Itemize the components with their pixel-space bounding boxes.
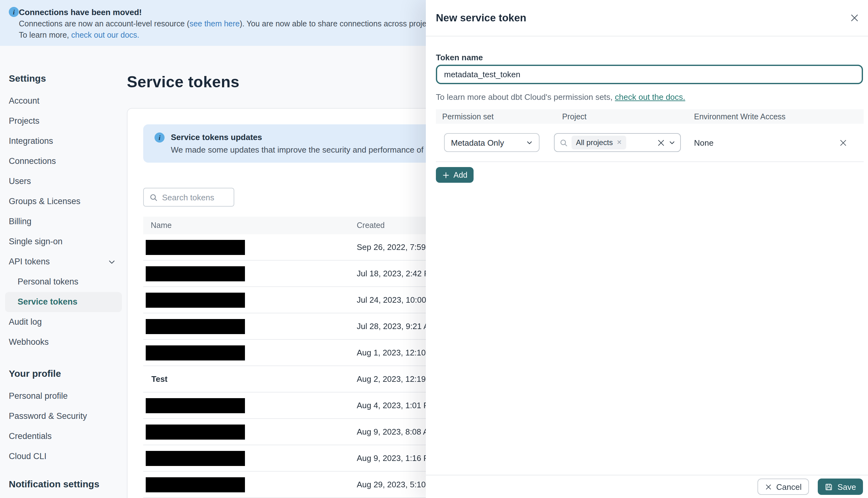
sidebar-heading-settings: Settings: [9, 72, 126, 85]
sidebar-heading-notification-settings: Notification settings: [9, 478, 126, 490]
token-name-cell: [143, 239, 357, 255]
remove-row-icon[interactable]: [839, 139, 847, 147]
project-chip[interactable]: All projects ✕: [571, 136, 626, 149]
sidebar-item-api-tokens[interactable]: API tokens: [9, 252, 122, 272]
token-name-cell: Test: [143, 374, 357, 384]
dbt-cloud-settings-page: i Connections have been moved! Connectio…: [0, 0, 868, 498]
sidebar-item-connections[interactable]: Connections: [9, 151, 122, 171]
permission-set-select[interactable]: Metadata Only: [444, 133, 540, 152]
sidebar-item-service-tokens[interactable]: Service tokens: [5, 292, 122, 312]
sidebar-item-label: API tokens: [9, 252, 50, 272]
search-tokens-input[interactable]: [162, 193, 228, 202]
sidebar-item-integrations[interactable]: Integrations: [9, 131, 122, 151]
save-disk-icon: [825, 483, 833, 491]
sidebar-item-account[interactable]: Account: [9, 91, 122, 111]
token-name: Test: [146, 374, 168, 384]
check-our-docs-link[interactable]: check out our docs.: [71, 31, 140, 40]
banner-body-line2: To learn more, check out our docs.: [19, 31, 140, 40]
sidebar-item-users[interactable]: Users: [9, 171, 122, 192]
clear-selection-icon[interactable]: [657, 139, 665, 147]
sidebar-item-projects[interactable]: Projects: [9, 111, 122, 131]
info-icon: i: [9, 7, 19, 17]
sidebar-item-personal-profile[interactable]: Personal profile: [9, 386, 122, 406]
sidebar-heading-your-profile: Your profile: [9, 367, 126, 380]
sidebar-item-credentials[interactable]: Credentials: [9, 427, 122, 446]
token-name-input[interactable]: [436, 65, 863, 84]
info-icon: i: [155, 132, 165, 143]
sidebar-item-groups-licenses[interactable]: Groups & Licenses: [9, 192, 122, 212]
sidebar-item-personal-tokens[interactable]: Personal tokens: [9, 272, 122, 292]
token-name-cell: [143, 345, 357, 360]
project-multiselect[interactable]: All projects ✕: [554, 133, 681, 152]
help-text: To learn more about dbt Cloud's permissi…: [436, 92, 615, 102]
column-header-project: Project: [556, 112, 688, 121]
permission-set-cell: Metadata Only: [436, 133, 556, 152]
banner-text: Connections are now an account-level res…: [19, 19, 189, 28]
token-name-cell: [143, 477, 357, 492]
chevron-down-icon: [108, 258, 116, 266]
permission-set-value: Metadata Only: [451, 138, 504, 147]
cancel-button-label: Cancel: [776, 482, 802, 492]
permission-row: Metadata Only All projects ✕: [436, 124, 864, 162]
column-header-permission-set: Permission set: [436, 112, 556, 121]
token-name-label: Token name: [436, 53, 483, 62]
sidebar-item-audit-log[interactable]: Audit log: [9, 312, 122, 332]
sidebar-item-cloud-cli[interactable]: Cloud CLI: [9, 446, 122, 467]
redacted-token-name: [146, 239, 245, 255]
add-button-label: Add: [453, 170, 468, 179]
new-service-token-drawer: New service token Token name To learn mo…: [426, 0, 868, 498]
search-tokens-box: [143, 188, 234, 207]
add-permission-button[interactable]: Add: [436, 167, 474, 183]
column-header-name: Name: [143, 221, 357, 230]
page-title: Service tokens: [127, 73, 240, 91]
see-them-here-link[interactable]: see them here: [189, 19, 240, 28]
sidebar-item-single-sign-on[interactable]: Single sign-on: [9, 232, 122, 252]
search-icon: [560, 139, 568, 147]
chevron-down-icon: [526, 140, 532, 146]
row-actions-cell: [839, 139, 864, 147]
chip-remove-icon[interactable]: ✕: [616, 140, 622, 146]
save-button[interactable]: Save: [818, 479, 863, 495]
close-icon: [765, 483, 772, 490]
check-the-docs-link[interactable]: check out the docs.: [615, 92, 685, 102]
redacted-token-name: [146, 450, 245, 466]
sidebar-item-billing[interactable]: Billing: [9, 212, 122, 232]
redacted-token-name: [146, 477, 245, 492]
banner-title: Connections have been moved!: [19, 8, 142, 17]
redacted-token-name: [146, 319, 245, 334]
redacted-token-name: [146, 345, 245, 360]
search-icon: [149, 193, 158, 201]
banner-text: To learn more,: [19, 31, 71, 40]
write-access-cell: None: [688, 138, 839, 147]
redacted-token-name: [146, 292, 245, 307]
column-header-environment-write-access: Environment Write Access: [688, 112, 839, 121]
plus-icon: [442, 171, 450, 179]
redacted-token-name: [146, 266, 245, 281]
save-button-label: Save: [838, 482, 856, 492]
token-name-cell: [143, 292, 357, 307]
token-name-cell: [143, 319, 357, 334]
token-name-cell: [143, 398, 357, 413]
settings-sidebar: Settings Account Projects Integrations C…: [0, 46, 126, 498]
project-chip-label: All projects: [576, 138, 613, 147]
token-name-cell: [143, 450, 357, 466]
permission-sets-help: To learn more about dbt Cloud's permissi…: [436, 92, 685, 102]
permissions-table-header: Permission set Project Environment Write…: [436, 109, 864, 124]
drawer-header: New service token: [426, 0, 868, 36]
notice-title: Service tokens updates: [171, 132, 262, 142]
drawer-title: New service token: [436, 12, 526, 24]
sidebar-item-webhooks[interactable]: Webhooks: [9, 332, 122, 352]
redacted-token-name: [146, 398, 245, 413]
drawer-footer: Cancel Save: [426, 475, 868, 498]
sidebar-item-password-security[interactable]: Password & Security: [9, 406, 122, 427]
token-name-cell: [143, 266, 357, 281]
token-name-cell: [143, 424, 357, 439]
close-icon[interactable]: [850, 13, 859, 23]
cancel-button[interactable]: Cancel: [758, 479, 809, 495]
redacted-token-name: [146, 424, 245, 439]
project-cell: All projects ✕: [556, 133, 688, 152]
chevron-down-icon[interactable]: [669, 140, 675, 146]
